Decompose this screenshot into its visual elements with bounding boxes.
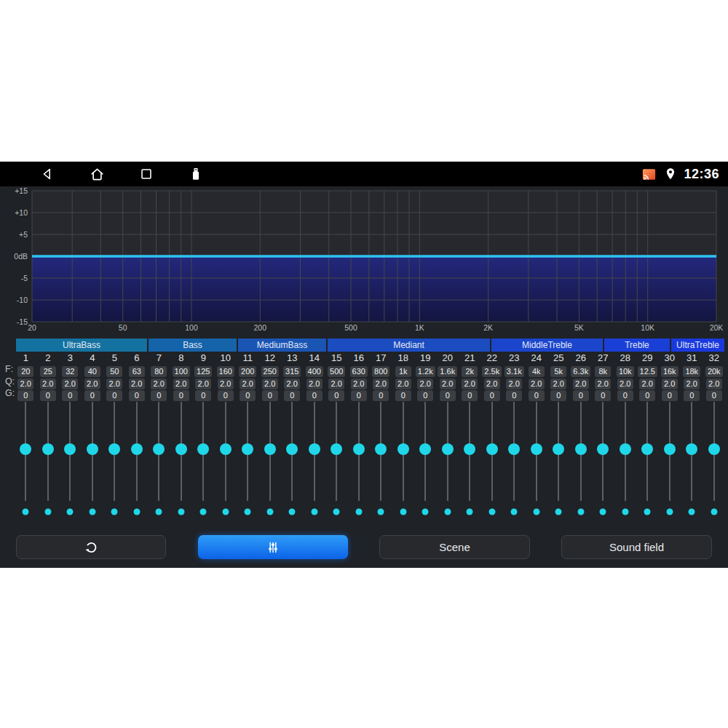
eq-slider-knob[interactable] — [508, 443, 520, 455]
reset-button[interactable] — [16, 535, 166, 559]
gain-value-chip[interactable]: 0 — [84, 390, 100, 401]
gain-value-chip[interactable]: 0 — [440, 390, 456, 401]
eq-slider-knob[interactable] — [464, 443, 475, 455]
eq-slider-knob[interactable] — [531, 443, 542, 455]
eq-slider-knob[interactable] — [309, 443, 320, 455]
gain-value-chip[interactable]: 0 — [106, 390, 122, 401]
gain-value-chip[interactable]: 0 — [218, 390, 234, 401]
eq-slider-knob[interactable] — [597, 443, 609, 455]
eq-slider-knob[interactable] — [286, 443, 298, 455]
frequency-value-chip[interactable]: 32 — [62, 366, 78, 377]
eq-slider-knob[interactable] — [20, 443, 31, 455]
gain-value-chip[interactable]: 0 — [550, 390, 566, 401]
back-icon[interactable] — [39, 165, 56, 183]
gain-value-chip[interactable]: 0 — [284, 390, 300, 401]
eq-slider-knob[interactable] — [64, 443, 76, 455]
frequency-value-chip[interactable]: 500 — [328, 366, 345, 377]
eq-slider-knob[interactable] — [620, 443, 631, 455]
eq-slider-knob[interactable] — [664, 443, 676, 455]
frequency-value-chip[interactable]: 400 — [306, 366, 323, 377]
frequency-value-chip[interactable]: 16k — [661, 366, 678, 377]
frequency-value-chip[interactable]: 8k — [595, 366, 611, 377]
frequency-value-chip[interactable]: 50 — [106, 366, 122, 377]
frequency-value-chip[interactable]: 10k — [617, 366, 634, 377]
gain-value-chip[interactable]: 0 — [662, 390, 678, 401]
equalizer-tab-button[interactable] — [198, 535, 348, 559]
recents-icon[interactable] — [138, 165, 155, 183]
eq-slider-knob[interactable] — [442, 443, 454, 455]
gain-value-chip[interactable]: 0 — [684, 390, 700, 401]
frequency-value-chip[interactable]: 63 — [129, 366, 145, 377]
gain-value-chip[interactable]: 0 — [506, 390, 522, 401]
eq-slider-knob[interactable] — [708, 443, 720, 455]
eq-slider-knob[interactable] — [108, 443, 120, 455]
gain-value-chip[interactable]: 0 — [328, 390, 344, 401]
gain-value-chip[interactable]: 0 — [573, 390, 589, 401]
frequency-value-chip[interactable]: 40 — [84, 366, 100, 377]
eq-slider-knob[interactable] — [42, 443, 54, 455]
gain-value-chip[interactable]: 0 — [195, 390, 211, 401]
gain-value-chip[interactable]: 0 — [484, 390, 500, 401]
frequency-value-chip[interactable]: 250 — [261, 366, 279, 377]
frequency-value-chip[interactable]: 5k — [550, 366, 566, 377]
frequency-value-chip[interactable]: 20k — [705, 366, 723, 377]
gain-value-chip[interactable]: 0 — [373, 390, 389, 401]
eq-slider-knob[interactable] — [553, 443, 564, 455]
gain-value-chip[interactable]: 0 — [62, 390, 78, 401]
scene-button[interactable]: Scene — [379, 535, 530, 559]
eq-slider-knob[interactable] — [575, 443, 587, 455]
eq-slider-knob[interactable] — [242, 443, 253, 455]
gain-value-chip[interactable]: 0 — [173, 390, 189, 401]
eq-slider-knob[interactable] — [264, 443, 276, 455]
gain-value-chip[interactable]: 0 — [306, 390, 323, 401]
frequency-value-chip[interactable]: 6.3k — [571, 366, 590, 377]
gain-value-chip[interactable]: 0 — [462, 390, 478, 401]
frequency-value-chip[interactable]: 800 — [372, 366, 389, 377]
gain-value-chip[interactable]: 0 — [617, 390, 633, 401]
gain-value-chip[interactable]: 0 — [417, 390, 433, 401]
frequency-value-chip[interactable]: 315 — [283, 366, 301, 377]
frequency-value-chip[interactable]: 2k — [462, 366, 478, 377]
eq-slider-knob[interactable] — [686, 443, 697, 455]
frequency-value-chip[interactable]: 100 — [173, 366, 190, 377]
eq-slider-knob[interactable] — [353, 443, 365, 455]
eq-slider-knob[interactable] — [220, 443, 232, 455]
gain-value-chip[interactable]: 0 — [706, 390, 722, 401]
eq-slider-knob[interactable] — [153, 443, 165, 455]
gain-value-chip[interactable]: 0 — [151, 390, 167, 401]
gain-value-chip[interactable]: 0 — [351, 390, 367, 401]
gain-value-chip[interactable]: 0 — [240, 390, 256, 401]
frequency-value-chip[interactable]: 12.5 — [638, 366, 657, 377]
frequency-value-chip[interactable]: 160 — [217, 366, 234, 377]
eq-slider-knob[interactable] — [419, 443, 431, 455]
eq-slider-knob[interactable] — [375, 443, 387, 455]
gain-value-chip[interactable]: 0 — [595, 390, 611, 401]
eq-slider-knob[interactable] — [397, 443, 409, 455]
eq-slider-knob[interactable] — [175, 443, 187, 455]
frequency-value-chip[interactable]: 4k — [529, 366, 545, 377]
frequency-value-chip[interactable]: 20 — [17, 366, 33, 377]
frequency-value-chip[interactable]: 3.1k — [505, 366, 524, 377]
frequency-value-chip[interactable]: 125 — [194, 366, 212, 377]
gain-value-chip[interactable]: 0 — [129, 390, 145, 401]
gain-value-chip[interactable]: 0 — [262, 390, 278, 401]
gain-value-chip[interactable]: 0 — [639, 390, 655, 401]
frequency-value-chip[interactable]: 630 — [350, 366, 368, 377]
eq-slider-knob[interactable] — [331, 443, 342, 455]
frequency-value-chip[interactable]: 25 — [40, 366, 56, 377]
gain-value-chip[interactable]: 0 — [395, 390, 411, 401]
gain-value-chip[interactable]: 0 — [17, 390, 33, 401]
frequency-value-chip[interactable]: 2.5k — [482, 366, 502, 377]
eq-slider-knob[interactable] — [486, 443, 498, 455]
frequency-value-chip[interactable]: 1.6k — [438, 366, 457, 377]
eq-slider-knob[interactable] — [197, 443, 209, 455]
sound-field-button[interactable]: Sound field — [561, 535, 712, 559]
frequency-value-chip[interactable]: 80 — [151, 366, 167, 377]
frequency-value-chip[interactable]: 18k — [683, 366, 700, 377]
frequency-value-chip[interactable]: 1k — [395, 366, 411, 377]
eq-slider-knob[interactable] — [87, 443, 98, 455]
gain-value-chip[interactable]: 0 — [529, 390, 545, 401]
frequency-value-chip[interactable]: 200 — [239, 366, 256, 377]
frequency-value-chip[interactable]: 1.2k — [416, 366, 435, 377]
home-icon[interactable] — [88, 165, 106, 183]
